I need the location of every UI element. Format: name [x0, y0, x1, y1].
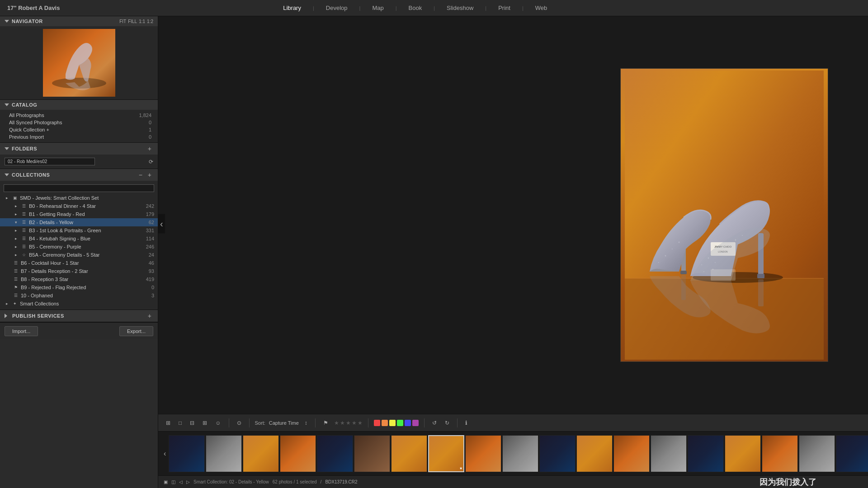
folder-sync-icon[interactable]: ⟳ [149, 159, 153, 165]
collection-item-b0[interactable]: ▸ ☰ B0 - Rehearsal Dinner - 4 Star 242 [0, 202, 158, 210]
collection-item-b8[interactable]: ☰ B8 - Reception 3 Star 419 [0, 275, 158, 283]
filmstrip-thumb-10[interactable] [502, 435, 538, 472]
shoe-svg: JIMMY CHOO LONDON [625, 70, 824, 360]
rotate-right-button[interactable]: ↻ [443, 418, 452, 427]
nav-slideshow[interactable]: Slideshow [444, 4, 476, 12]
nav-print[interactable]: Print [495, 4, 513, 12]
survey-view-button[interactable]: ⊞ [200, 418, 209, 427]
collection-item-b6[interactable]: ☰ B6 - Cocktail Hour - 1 Star 46 [0, 259, 158, 267]
nav-book[interactable]: Book [406, 4, 425, 12]
collections-add-button[interactable]: + [146, 171, 153, 178]
catalog-all-photos[interactable]: All Photographs 1,824 [0, 112, 158, 119]
nav-web[interactable]: Web [533, 4, 550, 12]
color-red[interactable] [374, 420, 380, 426]
catalog-all-photos-count: 1,824 [139, 113, 151, 118]
navigator-fill[interactable]: FILL [128, 19, 137, 24]
forward-button[interactable]: ▷ [186, 479, 190, 484]
collection-item-b5a[interactable]: ▸ ☆ B5A - Ceremony Details - 5 Star 24 [0, 251, 158, 259]
filmstrip-thumb-19[interactable] [836, 435, 868, 472]
collection-item-smd-set[interactable]: ▸ ▣ SMD - Jewels: Smart Collection Set [0, 194, 158, 202]
publish-triangle [5, 314, 9, 318]
catalog-header[interactable]: Catalog [0, 100, 158, 110]
compare-view-button[interactable]: ⊟ [188, 418, 197, 427]
navigator-fit[interactable]: FIT [119, 19, 126, 24]
export-button[interactable]: Export... [119, 326, 153, 336]
catalog-synced-photos[interactable]: All Synced Photographs 0 [0, 119, 158, 126]
nav-map[interactable]: Map [369, 4, 386, 12]
collection-item-b5[interactable]: ▸ ☰ B5 - Ceremony - Purple 246 [0, 243, 158, 251]
navigator-thumbnail[interactable] [43, 29, 115, 97]
filmstrip-thumb-15[interactable] [688, 435, 724, 472]
collections-minus-button[interactable]: − [137, 171, 144, 178]
star-1[interactable]: ★ [334, 420, 339, 426]
color-yellow[interactable] [389, 420, 396, 426]
collections-search-input[interactable] [4, 184, 154, 192]
folders-header[interactable]: Folders + [0, 143, 158, 155]
filmstrip-thumb-18[interactable] [799, 435, 835, 472]
publish-services-title: Publish Services [12, 313, 64, 319]
filename-display[interactable]: BDX13719.CR2 [325, 479, 357, 484]
flag-button[interactable]: ⚑ [321, 418, 330, 427]
nav-library[interactable]: Library [280, 4, 304, 12]
filmstrip-thumb-3[interactable] [243, 435, 279, 472]
collections-header[interactable]: Collections − + [0, 169, 158, 181]
filmstrip-thumb-7[interactable] [391, 435, 427, 472]
grid-view-button[interactable]: ⊞ [164, 418, 173, 427]
filmstrip-thumb-12[interactable] [576, 435, 613, 472]
loupe-view-button[interactable]: □ [176, 418, 184, 427]
svg-point-25 [679, 242, 680, 243]
color-purple[interactable] [412, 420, 419, 426]
prev-image-button[interactable]: ‹ [158, 214, 165, 234]
star-5[interactable]: ★ [358, 420, 363, 426]
filmstrip-thumb-11[interactable] [539, 435, 576, 472]
collection-item-b3[interactable]: ▸ ☰ B3 - 1st Look & Portraits - Green 33… [0, 226, 158, 235]
filmstrip-thumb-13[interactable] [613, 435, 650, 472]
loupe-small-icon[interactable]: ◫ [171, 479, 175, 484]
filmstrip-thumb-2[interactable] [206, 435, 242, 472]
navigator-1-1[interactable]: 1:1 [139, 19, 145, 24]
filmstrip-thumb-1[interactable] [169, 435, 205, 472]
star-3[interactable]: ★ [346, 420, 351, 426]
publish-services-header[interactable]: Publish Services + [0, 310, 158, 322]
navigator-title: Navigator [12, 19, 43, 24]
sort-dir-button[interactable]: ↕ [302, 418, 310, 427]
collection-item-smart[interactable]: ▸ ✦ Smart Collections [0, 300, 158, 308]
filmstrip-thumb-17[interactable] [762, 435, 798, 472]
main-image-area[interactable]: JIMMY CHOO LONDON [158, 16, 868, 414]
color-blue[interactable] [405, 420, 411, 426]
catalog-quick-collection[interactable]: Quick Collection + 1 [0, 126, 158, 133]
star-4[interactable]: ★ [352, 420, 357, 426]
people-view-button[interactable]: ☺ [213, 418, 223, 427]
nav-develop[interactable]: Develop [323, 4, 350, 12]
filmstrip-icon[interactable]: ▣ [164, 479, 168, 484]
publish-add-button[interactable]: + [146, 312, 153, 319]
import-button[interactable]: Import... [5, 326, 38, 336]
rotate-left-button[interactable]: ↺ [430, 418, 439, 427]
filmstrip-thumb-16[interactable] [725, 435, 761, 472]
filmstrip-thumb-14[interactable] [651, 435, 687, 472]
collection-item-b7[interactable]: ☰ B7 - Details Reception - 2 Star 93 [0, 267, 158, 275]
filmstrip-thumb-9[interactable] [465, 435, 501, 472]
collection-item-10[interactable]: ☰ 10 - Orphaned 3 [0, 291, 158, 300]
collection-item-b9[interactable]: ⚑ B9 - Rejected - Flag Rejected 0 [0, 283, 158, 291]
color-green[interactable] [397, 420, 403, 426]
collection-item-b4[interactable]: ▸ ☰ B4 - Ketubah Signing - Blue 114 [0, 235, 158, 243]
navigator-1-2[interactable]: 1:2 [147, 19, 153, 24]
navigator-header[interactable]: Navigator FIT FILL 1:1 1:2 [0, 16, 158, 26]
collection-item-b1[interactable]: ▸ ☰ B1 - Getting Ready - Red 179 [0, 210, 158, 218]
info-button[interactable]: ℹ [463, 418, 470, 427]
folder-search-input[interactable] [5, 158, 95, 165]
spray-can-button[interactable]: ⊙ [235, 418, 244, 427]
folders-add-button[interactable]: + [146, 145, 153, 152]
filmstrip-thumb-6[interactable] [354, 435, 390, 472]
catalog-previous-import[interactable]: Previous Import 0 [0, 133, 158, 141]
back-button[interactable]: ◁ [179, 479, 183, 484]
filmstrip-thumb-4[interactable] [280, 435, 316, 472]
filmstrip-thumb-5[interactable] [317, 435, 353, 472]
filmstrip-prev-button[interactable]: ‹ [162, 450, 168, 458]
star-2[interactable]: ★ [340, 420, 345, 426]
filmstrip-thumb-active[interactable]: ★ [428, 435, 464, 472]
sort-value[interactable]: Capture Time [269, 420, 299, 426]
color-orange[interactable] [382, 420, 388, 426]
collection-item-b2[interactable]: ▾ ☰ B2 - Details - Yellow 62 [0, 218, 158, 226]
